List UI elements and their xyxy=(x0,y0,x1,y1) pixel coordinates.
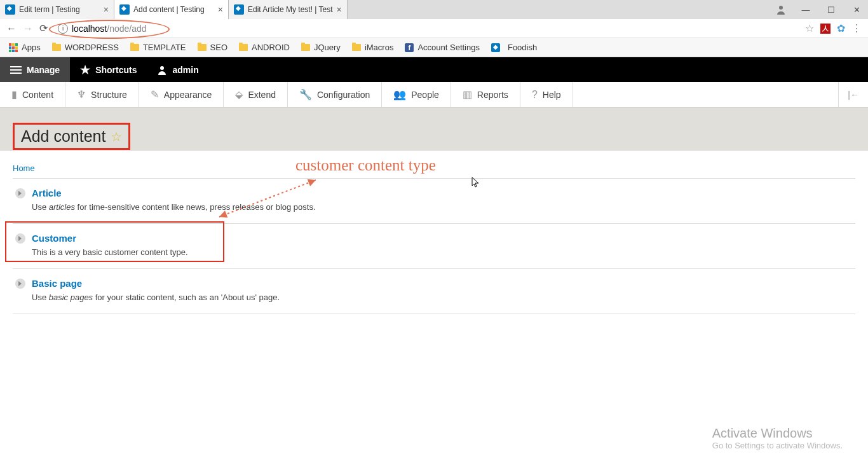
toolbar-content[interactable]: ▮Content xyxy=(0,82,65,107)
bookmark-link[interactable]: fAccount Settings xyxy=(405,43,480,52)
drupal-icon xyxy=(119,4,130,15)
bookmark-link[interactable]: Foodish xyxy=(491,43,537,52)
tab-title: Edit Article My test! | Test xyxy=(248,5,333,14)
toolbar-structure[interactable]: ♆Structure xyxy=(65,82,139,107)
address-bar: ← → ⟳ i localhost/node/add ☆ 人 ✿ ⋮ xyxy=(0,19,868,38)
chevron-right-icon xyxy=(15,233,25,244)
chevron-right-icon xyxy=(15,279,25,289)
configuration-icon: 🔧 xyxy=(299,88,312,100)
user-icon xyxy=(157,65,167,75)
shortcuts-link[interactable]: ★ Shortcuts xyxy=(70,57,147,82)
content-type-description: This is a very basic customer content ty… xyxy=(32,247,853,257)
structure-icon: ♆ xyxy=(77,88,86,100)
drupal-icon xyxy=(234,4,244,15)
browser-tab[interactable]: Edit Article My test! | Test × xyxy=(229,0,348,19)
bookmark-folder[interactable]: SEO xyxy=(198,43,227,52)
close-window-icon[interactable]: ✕ xyxy=(850,5,863,15)
url-input[interactable]: i localhost/node/add xyxy=(54,22,799,35)
list-item: Article Use articles for time-sensitive … xyxy=(13,179,855,224)
chrome-menu-icon[interactable]: ⋮ xyxy=(851,22,862,34)
list-item: Customer This is a very basic customer c… xyxy=(13,224,855,269)
help-icon: ? xyxy=(532,89,538,100)
admin-toolbar: ▮Content ♆Structure ✎Appearance ⬙Extend … xyxy=(0,82,868,107)
toolbar-reports[interactable]: ▥Reports xyxy=(451,82,520,107)
bookmark-folder[interactable]: JQuery xyxy=(301,43,341,52)
cursor-icon xyxy=(471,177,480,190)
facebook-icon: f xyxy=(405,43,414,52)
window-controls: — ☐ ✕ xyxy=(775,4,863,15)
close-icon[interactable]: × xyxy=(337,4,342,15)
maximize-icon[interactable]: ☐ xyxy=(825,5,837,15)
url-text: localhost/node/add xyxy=(72,24,147,34)
bookmarks-bar: Apps WORDPRESS TEMPLATE SEO ANDROID JQue… xyxy=(0,38,868,57)
people-icon: 👥 xyxy=(393,88,406,100)
browser-tab-strip: Edit term | Testing × Add content | Test… xyxy=(0,0,868,19)
annotation-box: Add content ☆ xyxy=(13,123,130,150)
page-title: Add content xyxy=(21,127,105,146)
apps-icon xyxy=(9,43,18,52)
toolbar-extend[interactable]: ⬙Extend xyxy=(224,82,288,107)
pdf-extension-icon[interactable]: 人 xyxy=(820,24,831,34)
breadcrumb-home[interactable]: Home xyxy=(13,163,35,173)
folder-icon xyxy=(239,44,248,51)
chevron-right-icon xyxy=(15,188,25,198)
list-item: Basic page Use basic pages for your stat… xyxy=(13,269,855,314)
bookmark-star-icon[interactable]: ☆ xyxy=(805,22,814,34)
site-info-icon[interactable]: i xyxy=(58,24,68,34)
shortcut-star-icon[interactable]: ☆ xyxy=(111,129,122,144)
manage-toggle[interactable]: Manage xyxy=(0,57,70,82)
bookmark-folder[interactable]: iMacros xyxy=(352,43,394,52)
folder-icon xyxy=(301,44,310,51)
bookmark-folder[interactable]: WORDPRESS xyxy=(52,43,119,52)
content-icon: ▮ xyxy=(11,88,17,100)
main-content: Home Article Use articles for time-sensi… xyxy=(0,151,868,326)
apps-button[interactable]: Apps xyxy=(9,43,41,52)
toolbar-appearance[interactable]: ✎Appearance xyxy=(139,82,224,107)
hamburger-icon xyxy=(10,66,22,74)
tab-title: Add content | Testing xyxy=(133,5,214,14)
admin-bar: Manage ★ Shortcuts admin xyxy=(0,57,868,82)
annotation-label: customer content type xyxy=(295,156,436,174)
content-type-description: Use basic pages for your static content,… xyxy=(32,293,853,302)
content-type-list: Article Use articles for time-sensitive … xyxy=(13,178,855,314)
tab-title: Edit term | Testing xyxy=(19,5,100,14)
folder-icon xyxy=(52,44,61,51)
profile-icon[interactable] xyxy=(775,4,787,15)
close-icon[interactable]: × xyxy=(104,4,109,15)
content-type-link-basic-page[interactable]: Basic page xyxy=(32,278,82,289)
extension-icon[interactable]: ✿ xyxy=(837,22,845,34)
svg-point-0 xyxy=(779,6,783,10)
content-type-link-article[interactable]: Article xyxy=(32,188,62,198)
user-menu[interactable]: admin xyxy=(147,57,208,82)
toolbar-help[interactable]: ?Help xyxy=(520,82,573,107)
close-icon[interactable]: × xyxy=(218,4,223,15)
reload-icon[interactable]: ⟳ xyxy=(39,22,48,34)
minimize-icon[interactable]: — xyxy=(799,5,812,15)
toolbar-people[interactable]: 👥People xyxy=(382,82,451,107)
browser-tab[interactable]: Add content | Testing × xyxy=(114,0,229,19)
content-type-description: Use articles for time-sensitive content … xyxy=(32,202,853,212)
content-type-link-customer[interactable]: Customer xyxy=(32,233,76,244)
back-icon[interactable]: ← xyxy=(6,23,17,34)
folder-icon xyxy=(352,44,361,51)
page-header: Add content ☆ xyxy=(0,107,868,151)
extend-icon: ⬙ xyxy=(235,88,243,100)
forward-icon[interactable]: → xyxy=(23,23,33,34)
appearance-icon: ✎ xyxy=(151,88,159,100)
toolbar-orientation-toggle[interactable]: |← xyxy=(838,82,868,107)
drupal-icon xyxy=(491,43,500,52)
toolbar-configuration[interactable]: 🔧Configuration xyxy=(288,82,382,107)
svg-point-1 xyxy=(160,66,164,70)
star-icon: ★ xyxy=(80,63,90,77)
bookmark-folder[interactable]: ANDROID xyxy=(239,43,290,52)
reports-icon: ▥ xyxy=(463,88,472,100)
windows-activation-watermark: Activate Windows Go to Settings to activ… xyxy=(712,426,843,450)
folder-icon xyxy=(130,44,139,51)
browser-tab[interactable]: Edit term | Testing × xyxy=(0,0,114,19)
bookmark-folder[interactable]: TEMPLATE xyxy=(130,43,186,52)
folder-icon xyxy=(198,44,207,51)
drupal-icon xyxy=(5,4,15,15)
